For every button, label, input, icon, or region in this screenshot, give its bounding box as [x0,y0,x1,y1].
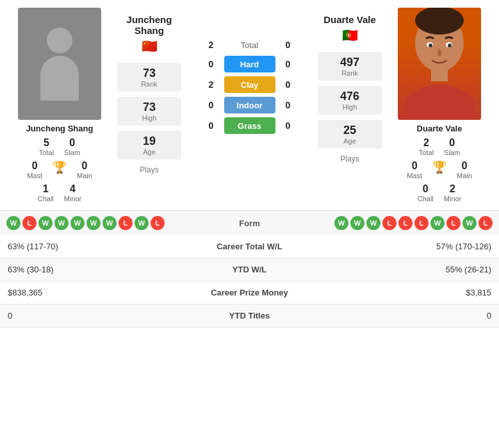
player1-trophy-cell: 🏆 [53,160,67,174]
p1-total-score: 2 [205,40,218,50]
p1-age-lbl: Age [125,148,174,156]
player2-main-val: 0 [461,160,467,172]
player1-total-lbl: Total [39,149,54,156]
sil-head [47,28,72,53]
p2-header: Duarte Vale 🇵🇹 [315,14,385,43]
svg-point-3 [404,85,475,120]
p1-form-badge-4: W [70,216,85,230]
p2-indoor-score: 0 [282,100,295,110]
left-center-stats: Juncheng Shang 🇨🇳 73 Rank 73 High 19 Age… [114,8,184,203]
p1-prize: $838,365 [0,281,200,304]
p1-career-wl: 63% (117-70) [0,235,200,258]
player2-slam-cell: 0 Slam [444,137,460,156]
p1-plays-lbl: Plays [140,165,158,174]
indoor-row: 0 Indoor 0 [205,97,295,113]
player1-slam-val: 0 [69,137,75,149]
clay-row: 2 Clay 0 [205,76,295,93]
career-wl-label: Career Total W/L [200,235,300,258]
p2-ytd-wl: 55% (26-21) [299,258,499,281]
hard-row: 0 Hard 0 [205,56,295,72]
player2-minor-val: 2 [450,183,455,195]
career-wl-row: 63% (117-70) Career Total W/L 57% (170-1… [0,235,499,258]
clay-badge: Clay [224,76,275,93]
player2-avatar [398,8,481,120]
player2-total-cell: 2 Total [419,137,434,156]
right-center-stats: Duarte Vale 🇵🇹 497 Rank 476 High 25 Age … [315,8,385,203]
player2-chall-val: 0 [423,183,429,195]
player1-chall-cell: 1 Chall [38,183,54,203]
p1-clay-score: 2 [205,79,218,90]
p2-form-badge-7: L [446,216,461,230]
p2-grass-score: 0 [282,120,295,131]
player1-chall-val: 1 [43,183,49,195]
total-label: Total [224,40,275,50]
player1-silhouette [40,8,79,120]
player2-avatar-inner [398,8,481,120]
player2-mast-lbl: Mast [407,172,422,179]
player1-name: Juncheng Shang [26,124,94,133]
player1-minor-val: 4 [70,183,76,195]
titles-row: 0 YTD Titles 0 [0,304,499,328]
p1-rank-lbl: Rank [125,80,174,88]
player1-middle-stats: 0 Mast 🏆 0 Main [5,160,114,179]
p1-form-badge-3: W [54,216,69,230]
p2-center-name: Duarte Vale [323,14,376,25]
p1-ytd-wl: 63% (30-18) [0,258,200,281]
p2-form-badge-3: L [382,216,397,230]
form-label: Form [218,219,282,228]
p2-hard-score: 0 [282,59,295,69]
player1-main-cell: 0 Main [77,160,92,179]
top-section: Juncheng Shang 5 Total 0 Slam 0 Mast 🏆 [0,0,499,205]
player1-mast-val: 0 [32,160,38,172]
player1-slam-cell: 0 Slam [64,137,80,156]
p2-form-badge-9: L [479,216,493,230]
p2-form-badge-2: W [366,216,380,230]
p1-rank-val: 73 [125,67,174,80]
player2-total-lbl: Total [419,149,434,156]
svg-point-7 [448,44,452,47]
sil-body [40,56,79,101]
p1-form-badge-9: L [151,216,165,230]
p2-form-badge-5: L [414,216,429,230]
p1-header: Juncheng Shang 🇨🇳 [114,14,184,54]
grass-label: Grass [238,121,261,131]
total-row: 2 Total 0 [205,40,295,50]
p1-form-badge-2: W [38,216,53,230]
player2-mast-cell: 0 Mast [407,160,422,179]
indoor-label: Indoor [236,101,262,110]
p2-titles: 0 [299,304,499,328]
player2-middle-stats: 0 Mast 🏆 0 Main [385,160,494,179]
player1-avatar [18,8,101,120]
player1-main-lbl: Main [77,172,92,179]
p2-clay-score: 0 [282,79,295,90]
p1-age-box: 19 Age [117,131,181,160]
player1-chall-lbl: Chall [38,195,54,203]
player1-slam-lbl: Slam [64,149,80,156]
center-section: Juncheng Shang 🇨🇳 73 Rank 73 High 19 Age… [114,8,385,203]
stats-table: 63% (117-70) Career Total W/L 57% (170-1… [0,235,499,328]
player2-name: Duarte Vale [417,124,462,133]
svg-rect-2 [431,69,448,81]
prize-label: Career Prize Money [200,281,300,304]
p1-age-val: 19 [125,135,174,148]
p2-form-badge-0: W [334,216,348,230]
player1-trophy-icon: 🏆 [53,160,67,174]
indoor-badge: Indoor [224,97,275,113]
p2-rank-lbl: Rank [325,69,374,77]
p1-high-box: 73 High [117,97,181,126]
p2-age-box: 25 Age [318,120,382,149]
player2-bottom-stats: 0 Chall 2 Minor [385,183,494,203]
p1-high-lbl: High [125,114,174,122]
player2-main-cell: 0 Main [457,160,472,179]
grass-row: 0 Grass 0 [205,117,295,134]
p2-form-badge-1: W [350,216,364,230]
player2-minor-lbl: Minor [444,195,462,203]
p2-form-badge-8: W [462,216,477,230]
p1-rank-box: 73 Rank [117,63,181,92]
p1-form-badge-5: W [86,216,101,230]
player2-total-val: 2 [423,137,429,149]
p2-age-lbl: Age [325,137,374,145]
p1-form-badge-0: W [6,216,20,230]
svg-point-6 [429,44,432,47]
p2-high-lbl: High [325,103,374,111]
